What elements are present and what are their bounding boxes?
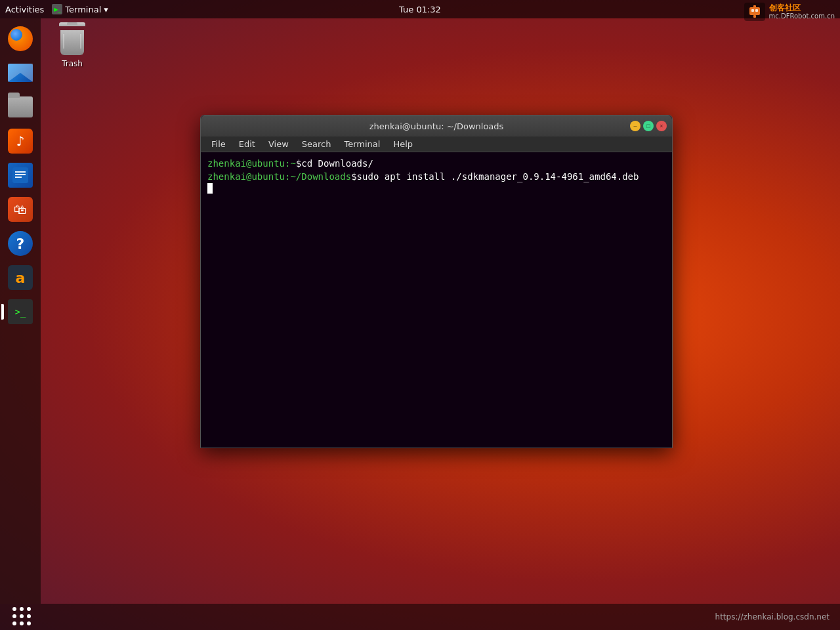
- dock-item-terminal[interactable]: >_: [5, 297, 35, 327]
- topbar-left: Activities ▶_ Terminal ▾: [5, 4, 108, 14]
- files-icon: [8, 96, 33, 117]
- dfrobot-icon: [744, 3, 765, 21]
- bottombar: https://zhenkai.blog.csdn.net: [0, 604, 840, 630]
- dfrobot-logo[interactable]: 创客社区 mc.DFRobot.com.cn: [744, 3, 835, 21]
- menu-view[interactable]: View: [263, 138, 294, 150]
- svg-rect-1: [751, 9, 754, 12]
- menu-terminal[interactable]: Terminal: [339, 138, 385, 150]
- svg-rect-3: [753, 15, 756, 18]
- terminal-menu[interactable]: ▶_ Terminal ▾: [52, 4, 108, 14]
- terminal-menu-icon: ▶_: [52, 4, 62, 14]
- trash-bin-icon: [58, 25, 87, 56]
- svg-rect-4: [753, 5, 756, 8]
- terminal-body[interactable]: zhenkai@ubuntu :~ $ cd Downloads/ zhenka…: [201, 152, 672, 448]
- dock-item-appstore[interactable]: 🛍: [5, 194, 35, 224]
- terminal-window: zhenkai@ubuntu: ~/Downloads – □ × File E…: [200, 115, 673, 448]
- topbar: Activities ▶_ Terminal ▾ Tue 01:32 创客社区: [0, 0, 840, 18]
- trash-label: Trash: [62, 59, 83, 68]
- svg-rect-7: [15, 174, 26, 175]
- dock-item-firefox[interactable]: [5, 24, 35, 54]
- svg-rect-6: [15, 171, 26, 173]
- menu-help[interactable]: Help: [388, 138, 418, 150]
- appstore-icon: 🛍: [8, 197, 33, 222]
- apps-grid-icon: [12, 607, 32, 627]
- terminal-menu-label: Terminal: [65, 5, 101, 14]
- bottom-url: https://zhenkai.blog.csdn.net: [715, 612, 830, 621]
- window-close-button[interactable]: ×: [656, 121, 667, 131]
- activities-button[interactable]: Activities: [5, 5, 44, 14]
- svg-rect-8: [15, 177, 22, 178]
- terminal-window-title: zhenkai@ubuntu: ~/Downloads: [369, 121, 504, 131]
- term-cmd-1: cd Downloads/: [301, 158, 373, 171]
- dock-item-help[interactable]: ?: [5, 228, 35, 259]
- terminal-line-1: zhenkai@ubuntu :~ $ cd Downloads/: [207, 158, 665, 171]
- libreoffice-icon: [8, 163, 33, 188]
- show-apps-button[interactable]: [10, 605, 34, 629]
- window-controls: – □ ×: [630, 121, 667, 131]
- term-prompt-path-1: :~: [285, 158, 296, 171]
- terminal-menubar: File Edit View Search Terminal Help: [201, 136, 672, 152]
- terminal-menu-arrow: ▾: [104, 5, 108, 14]
- window-minimize-button[interactable]: –: [630, 121, 640, 131]
- menu-edit[interactable]: Edit: [234, 138, 261, 150]
- dock-item-files[interactable]: [5, 92, 35, 122]
- help-icon: ?: [8, 231, 33, 256]
- svg-rect-0: [749, 7, 760, 15]
- terminal-cursor-line: [207, 183, 665, 194]
- sound-icon: ♪: [8, 129, 33, 154]
- term-dollar-1: $: [296, 158, 301, 171]
- dfrobot-text: 创客社区 mc.DFRobot.com.cn: [769, 3, 835, 20]
- trash-desktop-icon[interactable]: Trash: [58, 25, 87, 68]
- term-dollar-2: $: [351, 171, 356, 184]
- terminal-line-2: zhenkai@ubuntu :~/Downloads $ sudo apt i…: [207, 171, 665, 184]
- menu-file[interactable]: File: [206, 138, 231, 150]
- mail-icon: [8, 64, 33, 82]
- term-prompt-user-2: zhenkai@ubuntu: [207, 171, 285, 184]
- terminal-titlebar[interactable]: zhenkai@ubuntu: ~/Downloads – □ ×: [201, 116, 672, 136]
- topbar-datetime: Tue 01:32: [399, 5, 441, 14]
- dock-item-amazon[interactable]: a: [5, 262, 35, 293]
- dock: ♪ 🛍 ? a >_: [0, 18, 41, 604]
- svg-rect-2: [755, 9, 758, 12]
- dock-item-libreoffice[interactable]: [5, 160, 35, 190]
- amazon-icon: a: [8, 265, 33, 290]
- window-maximize-button[interactable]: □: [643, 121, 654, 131]
- terminal-dock-icon: >_: [8, 299, 33, 324]
- term-cmd-2: sudo apt install ./sdkmanager_0.9.14-496…: [357, 171, 639, 184]
- dock-item-rhythmbox[interactable]: ♪: [5, 126, 35, 156]
- firefox-icon: [8, 26, 33, 51]
- menu-search[interactable]: Search: [297, 138, 337, 150]
- term-prompt-user-1: zhenkai@ubuntu: [207, 158, 285, 171]
- term-prompt-path-2: :~/Downloads: [285, 171, 351, 184]
- terminal-cursor: [207, 183, 213, 194]
- dock-item-mail[interactable]: [5, 58, 35, 88]
